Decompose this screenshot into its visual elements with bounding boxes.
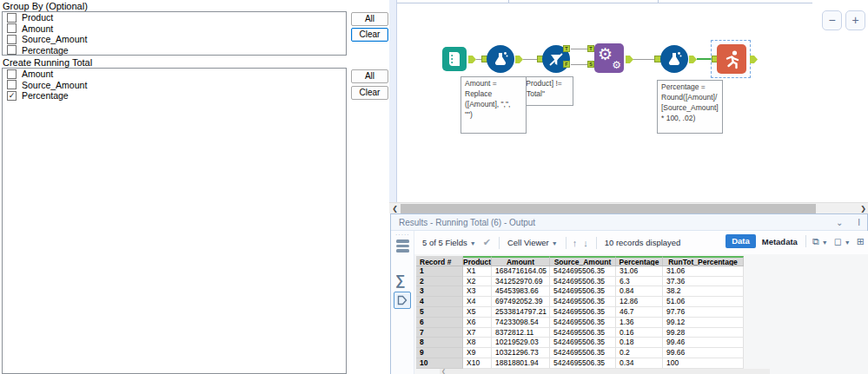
pin-icon[interactable]: I bbox=[858, 218, 860, 227]
formula-tool-1[interactable] bbox=[487, 45, 514, 73]
data-cell[interactable]: X1 bbox=[463, 266, 492, 277]
table-row[interactable]: 7X78372812.115424695506.350.1699.28 bbox=[416, 328, 744, 338]
data-cell[interactable]: 1.36 bbox=[616, 318, 663, 328]
formula-tool-2[interactable] bbox=[660, 45, 688, 73]
tool-input-anchor-icon[interactable]: ∑ bbox=[395, 272, 405, 288]
table-row[interactable]: 6X674233098.545424695506.351.3699.12 bbox=[416, 318, 744, 328]
connection-formula2-runningtotal-selected[interactable] bbox=[697, 58, 711, 60]
data-cell[interactable]: 99.46 bbox=[663, 338, 744, 348]
workflow-canvas[interactable]: − + bbox=[397, 0, 868, 202]
table-row[interactable]: 1X11684716164.055424695506.3531.0631.06 bbox=[416, 266, 744, 277]
zoom-out-button[interactable]: − bbox=[822, 10, 842, 30]
field-checkbox-item[interactable]: Product bbox=[3, 12, 346, 23]
formula1-output-anchor[interactable] bbox=[515, 56, 523, 63]
data-cell[interactable]: 341252970.69 bbox=[492, 277, 550, 287]
macro-s-input-anchor[interactable]: S bbox=[587, 61, 594, 68]
data-cell[interactable]: 45453983.66 bbox=[492, 286, 550, 297]
scroll-left-arrow[interactable]: ❮ bbox=[441, 369, 446, 374]
table-row[interactable]: 8X810219529.035424695506.350.1899.46 bbox=[416, 338, 744, 348]
checkbox-checked-icon[interactable]: ✓ bbox=[7, 91, 17, 101]
new-window-icon[interactable]: ⊞ bbox=[857, 236, 865, 247]
record-number-cell[interactable]: 10 bbox=[416, 358, 463, 369]
record-number-cell[interactable]: 4 bbox=[416, 297, 463, 307]
data-cell[interactable]: 5424695506.35 bbox=[550, 338, 616, 348]
data-cell[interactable]: 38.2 bbox=[663, 286, 744, 297]
connection-filter-f-macro[interactable] bbox=[571, 64, 587, 65]
data-cell[interactable]: 5424695506.35 bbox=[550, 348, 616, 358]
data-cell[interactable]: X6 bbox=[463, 318, 492, 328]
copy-icon[interactable]: ⧉▼ bbox=[812, 236, 828, 247]
data-cell[interactable]: 5424695506.35 bbox=[550, 328, 616, 338]
column-header[interactable]: Source_Amount bbox=[550, 256, 616, 266]
field-checkbox-item[interactable]: Amount bbox=[3, 69, 346, 80]
checkbox-icon[interactable] bbox=[7, 80, 17, 89]
checkbox-icon[interactable] bbox=[7, 45, 17, 55]
data-cell[interactable]: X9 bbox=[463, 348, 492, 358]
record-number-cell[interactable]: 8 bbox=[416, 338, 463, 348]
metadata-tab[interactable]: Metadata bbox=[762, 237, 798, 246]
data-cell[interactable]: 1684716164.05 bbox=[492, 266, 550, 277]
data-cell[interactable]: 99.28 bbox=[663, 328, 744, 338]
group-by-all-button[interactable]: All bbox=[351, 12, 388, 26]
down-arrow-icon[interactable]: ↓ bbox=[583, 238, 588, 248]
record-number-cell[interactable]: 7 bbox=[416, 328, 463, 338]
cell-viewer-dropdown[interactable]: Cell Viewer▼ bbox=[507, 238, 558, 247]
data-cell[interactable]: 10219529.03 bbox=[492, 338, 550, 348]
canvas-horizontal-scrollbar[interactable]: ❮ ❯ bbox=[389, 202, 868, 213]
checkbox-icon[interactable] bbox=[7, 35, 17, 44]
input-output-anchor[interactable] bbox=[468, 56, 476, 63]
data-cell[interactable]: 5424695506.35 bbox=[550, 266, 616, 277]
record-number-cell[interactable]: 2 bbox=[416, 277, 463, 287]
data-cell[interactable]: 99.66 bbox=[663, 348, 744, 358]
record-number-cell[interactable]: 3 bbox=[416, 286, 463, 297]
record-number-cell[interactable]: 6 bbox=[416, 318, 463, 328]
data-cell[interactable]: 18818801.94 bbox=[492, 358, 550, 369]
field-checkbox-item[interactable]: Amount bbox=[3, 23, 346, 35]
record-number-cell[interactable]: 9 bbox=[416, 348, 463, 358]
checkbox-icon[interactable] bbox=[7, 23, 17, 33]
table-horizontal-scrollbar[interactable]: ❮ bbox=[440, 369, 770, 374]
data-cell[interactable]: X3 bbox=[463, 286, 492, 297]
table-row[interactable]: 2X2341252970.695424695506.356.337.36 bbox=[416, 277, 744, 287]
data-cell[interactable]: 10321296.73 bbox=[492, 348, 550, 358]
data-cell[interactable]: 74233098.54 bbox=[492, 318, 550, 328]
data-cell[interactable]: 31.06 bbox=[616, 266, 663, 277]
input-data-tool[interactable] bbox=[442, 47, 467, 71]
formula2-annotation[interactable]: Percentage = Round([Amount]/ [Source_Amo… bbox=[657, 80, 723, 134]
macro-output-anchor[interactable] bbox=[626, 56, 633, 63]
up-arrow-icon[interactable]: ↑ bbox=[573, 238, 578, 248]
data-cell[interactable]: 100 bbox=[663, 358, 744, 369]
data-tab[interactable]: Data bbox=[726, 234, 756, 248]
panel-splitter[interactable] bbox=[389, 0, 397, 202]
running-total-listbox[interactable]: AmountSource_Amount✓Percentage bbox=[2, 68, 347, 374]
data-cell[interactable]: 97.76 bbox=[663, 307, 744, 318]
data-cell[interactable]: X5 bbox=[463, 307, 492, 318]
checkbox-icon[interactable] bbox=[7, 69, 17, 79]
data-cell[interactable]: X10 bbox=[463, 358, 492, 369]
field-checkbox-item[interactable]: Percentage bbox=[3, 45, 346, 56]
filter-annotation[interactable]: [Product] != "Total" bbox=[520, 76, 573, 106]
running-total-clear-button[interactable]: Clear bbox=[351, 86, 388, 100]
runningtotal-output-anchor[interactable] bbox=[750, 56, 758, 63]
data-cell[interactable]: X2 bbox=[463, 277, 492, 287]
column-header[interactable]: Amount bbox=[492, 256, 550, 266]
output-anchor-selected-icon[interactable] bbox=[394, 292, 411, 309]
data-cell[interactable]: 0.84 bbox=[616, 286, 663, 297]
table-row[interactable]: 10X1018818801.945424695506.350.34100 bbox=[416, 358, 744, 369]
data-cell[interactable]: 0.2 bbox=[616, 348, 663, 358]
formula1-annotation[interactable]: Amount = Replace ([Amount], ",", "") bbox=[461, 76, 527, 134]
data-cell[interactable]: X4 bbox=[463, 297, 492, 307]
column-header[interactable]: Percentage bbox=[616, 256, 663, 266]
data-cell[interactable]: 5424695506.35 bbox=[550, 286, 616, 297]
drag-handle-dots[interactable]: ····· bbox=[395, 232, 410, 238]
column-header[interactable]: RunTot_Percentage bbox=[663, 256, 744, 266]
running-total-all-button[interactable]: All bbox=[351, 69, 388, 83]
data-cell[interactable]: 5424695506.35 bbox=[550, 297, 616, 307]
scrollbar-thumb[interactable] bbox=[401, 204, 816, 213]
formula2-output-anchor[interactable] bbox=[689, 56, 697, 63]
column-header[interactable]: Product bbox=[463, 256, 492, 266]
data-cell[interactable]: 5424695506.35 bbox=[550, 358, 616, 369]
data-cell[interactable]: 99.12 bbox=[663, 318, 744, 328]
checkbox-icon[interactable] bbox=[7, 13, 17, 23]
table-row[interactable]: 3X345453983.665424695506.350.8438.2 bbox=[416, 286, 744, 297]
